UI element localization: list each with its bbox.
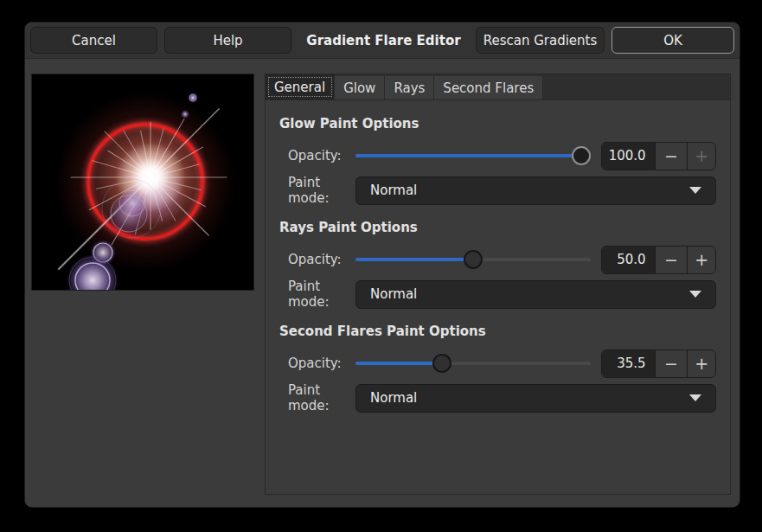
dialog-content: General Glow Rays Second Flares Glow Pai… bbox=[25, 59, 740, 508]
opacity-label: Opacity: bbox=[288, 148, 355, 163]
section-heading: Rays Paint Options bbox=[279, 218, 716, 237]
second-flares-opacity-slider[interactable] bbox=[355, 353, 591, 374]
second-flares-paint-options-section: Second Flares Paint Options Opacity: 35.… bbox=[279, 322, 716, 413]
rays-opacity-spinbox: 50.0 − + bbox=[601, 246, 716, 274]
slider-handle[interactable] bbox=[432, 354, 451, 373]
opacity-label: Opacity: bbox=[288, 252, 355, 267]
chevron-down-icon bbox=[689, 394, 701, 401]
glow-opacity-row: Opacity: 100.0 − + bbox=[288, 141, 716, 170]
paint-mode-value: Normal bbox=[370, 286, 689, 302]
paint-mode-value: Normal bbox=[370, 183, 689, 198]
slider-track[interactable] bbox=[355, 154, 591, 157]
flare-preview bbox=[31, 74, 254, 291]
section-heading: Glow Paint Options bbox=[279, 114, 716, 133]
tab-content-general: Glow Paint Options Opacity: 100.0 − + bbox=[265, 99, 731, 495]
rays-opacity-slider[interactable] bbox=[355, 249, 591, 270]
opacity-label: Opacity: bbox=[288, 356, 355, 371]
paint-mode-label: Paint mode: bbox=[288, 382, 355, 413]
glow-opacity-spinbox: 100.0 − + bbox=[601, 142, 716, 170]
tab-second-flares[interactable]: Second Flares bbox=[434, 76, 543, 99]
slider-fill bbox=[355, 154, 591, 157]
glow-paint-mode-dropdown[interactable]: Normal bbox=[355, 176, 716, 205]
second-flares-opacity-spinbox: 35.5 − + bbox=[601, 349, 716, 378]
paint-mode-value: Normal bbox=[370, 390, 689, 406]
slider-handle[interactable] bbox=[464, 250, 483, 269]
rays-opacity-row: Opacity: 50.0 − + bbox=[288, 245, 716, 274]
rays-paint-options-section: Rays Paint Options Opacity: 50.0 − + bbox=[279, 218, 716, 309]
rays-paint-mode-dropdown[interactable]: Normal bbox=[355, 280, 716, 309]
cancel-button[interactable]: Cancel bbox=[30, 27, 157, 54]
tab-rays[interactable]: Rays bbox=[385, 76, 434, 99]
tab-glow[interactable]: Glow bbox=[335, 76, 385, 99]
minus-icon[interactable]: − bbox=[655, 247, 688, 273]
help-button[interactable]: Help bbox=[164, 27, 291, 54]
dialog-header: Cancel Help Gradient Flare Editor Rescan… bbox=[25, 22, 740, 59]
gradient-flare-editor-window: Cancel Help Gradient Flare Editor Rescan… bbox=[24, 22, 740, 508]
chevron-down-icon bbox=[689, 291, 701, 298]
glow-paint-mode-row: Paint mode: Normal bbox=[288, 176, 716, 205]
plus-icon[interactable]: + bbox=[687, 247, 715, 273]
slider-track[interactable] bbox=[355, 362, 591, 365]
ok-button[interactable]: OK bbox=[612, 27, 734, 54]
tab-bar: General Glow Rays Second Flares bbox=[265, 74, 731, 99]
slider-fill bbox=[355, 258, 473, 261]
second-flares-paint-mode-row: Paint mode: Normal bbox=[288, 383, 716, 413]
rays-paint-mode-row: Paint mode: Normal bbox=[288, 279, 716, 309]
plus-icon[interactable]: + bbox=[687, 143, 715, 170]
plus-icon[interactable]: + bbox=[687, 350, 715, 377]
second-flares-opacity-value[interactable]: 35.5 bbox=[602, 350, 655, 377]
dialog-title: Gradient Flare Editor bbox=[298, 33, 469, 48]
minus-icon[interactable]: − bbox=[655, 143, 688, 170]
settings-notebook: General Glow Rays Second Flares Glow Pai… bbox=[265, 74, 731, 495]
chevron-down-icon bbox=[689, 187, 701, 194]
second-flares-paint-mode-dropdown[interactable]: Normal bbox=[355, 384, 716, 413]
paint-mode-label: Paint mode: bbox=[288, 175, 355, 206]
slider-handle[interactable] bbox=[572, 146, 591, 165]
rays-opacity-value[interactable]: 50.0 bbox=[602, 247, 655, 273]
glow-paint-options-section: Glow Paint Options Opacity: 100.0 − + bbox=[279, 114, 716, 205]
paint-mode-label: Paint mode: bbox=[288, 279, 355, 310]
glow-opacity-slider[interactable] bbox=[355, 145, 591, 166]
rescan-gradients-button[interactable]: Rescan Gradients bbox=[476, 27, 605, 54]
slider-fill bbox=[355, 362, 439, 365]
minus-icon[interactable]: − bbox=[655, 350, 688, 377]
second-flares-opacity-row: Opacity: 35.5 − + bbox=[288, 349, 716, 378]
section-heading: Second Flares Paint Options bbox=[279, 322, 716, 341]
glow-opacity-value[interactable]: 100.0 bbox=[602, 143, 655, 170]
flare-preview-image bbox=[32, 74, 253, 290]
tab-general[interactable]: General bbox=[266, 74, 335, 99]
